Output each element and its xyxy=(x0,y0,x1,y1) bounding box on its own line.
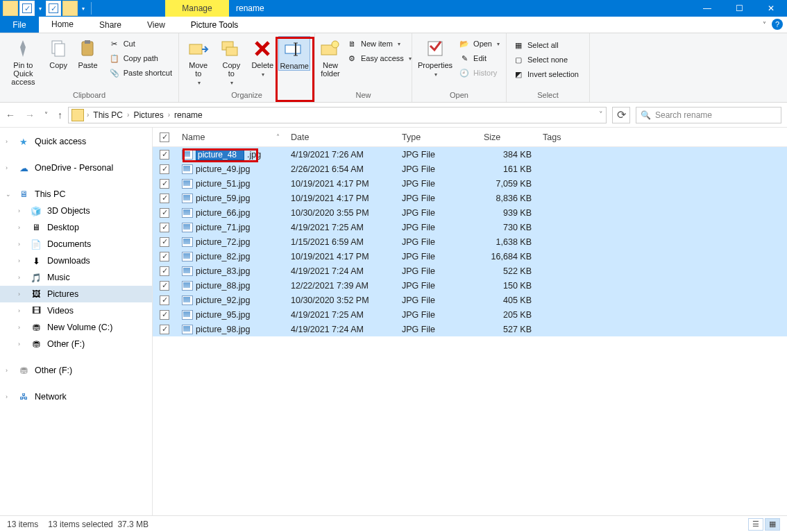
select-all-button[interactable]: ▦Select all xyxy=(511,39,581,51)
table-row[interactable]: picture_51.jpg10/19/2021 4:17 PMJPG File… xyxy=(153,176,787,191)
qat-folder-icon[interactable] xyxy=(3,1,18,16)
chevron-right-icon[interactable]: › xyxy=(6,393,12,400)
contextual-tab-manage[interactable]: Manage xyxy=(165,0,229,17)
sidebar-item-downloads[interactable]: ›⬇Downloads xyxy=(0,252,152,269)
chevron-right-icon[interactable]: › xyxy=(18,224,25,231)
table-row[interactable]: picture_71.jpg4/19/2021 7:25 AMJPG File7… xyxy=(153,220,787,234)
sidebar-item-3d-objects[interactable]: ›🧊3D Objects xyxy=(0,203,152,219)
history-button[interactable]: 🕘History xyxy=(457,67,502,79)
column-tags[interactable]: Tags xyxy=(537,132,593,142)
up-button[interactable]: ↑ xyxy=(58,110,62,121)
header-checkbox[interactable] xyxy=(160,132,169,142)
crumb-sep-icon[interactable]: › xyxy=(167,111,171,119)
ribbon-minimize-icon[interactable]: ˅ xyxy=(763,21,766,28)
sidebar-item-other-f-[interactable]: ›⛃Other (F:) xyxy=(0,336,152,352)
sidebar-item-desktop[interactable]: ›🖥Desktop xyxy=(0,219,152,236)
file-tab[interactable]: File xyxy=(0,17,39,33)
pin-quick-access-button[interactable]: Pin to Quick access xyxy=(4,36,42,86)
crumb-rename[interactable]: rename xyxy=(173,110,204,120)
chevron-right-icon[interactable]: › xyxy=(6,367,12,374)
row-checkbox[interactable] xyxy=(160,164,169,174)
chevron-right-icon[interactable]: › xyxy=(18,341,25,347)
table-row[interactable]: picture_66.jpg10/30/2020 3:55 PMJPG File… xyxy=(153,205,787,220)
sidebar-item-music[interactable]: ›🎵Music xyxy=(0,269,152,286)
back-button[interactable]: ← xyxy=(6,110,15,121)
refresh-button[interactable]: ⟳ xyxy=(612,107,630,123)
search-box[interactable]: 🔍 Search rename xyxy=(636,107,781,123)
view-details-button[interactable]: ☰ xyxy=(748,518,763,531)
qat-customize-icon[interactable]: ▾ xyxy=(79,6,87,12)
table-row[interactable]: picture_49.jpg2/26/2021 6:54 AMJPG File1… xyxy=(153,162,787,176)
crumb-sep-icon[interactable]: › xyxy=(85,111,90,119)
row-checkbox[interactable] xyxy=(160,208,169,218)
help-icon[interactable]: ? xyxy=(772,19,783,30)
row-checkbox[interactable] xyxy=(160,194,169,203)
close-button[interactable]: ✕ xyxy=(755,0,787,17)
chevron-right-icon[interactable]: › xyxy=(6,138,12,145)
row-checkbox[interactable] xyxy=(160,150,169,160)
chevron-right-icon[interactable]: › xyxy=(18,307,25,314)
paste-shortcut-button[interactable]: 📎Paste shortcut xyxy=(107,67,174,79)
new-item-button[interactable]: 🗎New item▾ xyxy=(344,37,414,50)
chevron-right-icon[interactable]: › xyxy=(18,257,25,264)
sidebar-item-videos[interactable]: ›🎞Videos xyxy=(0,302,152,319)
sidebar-item-new-volume-c-[interactable]: ›⛃New Volume (C:) xyxy=(0,319,152,336)
open-button[interactable]: 📂Open▾ xyxy=(457,37,502,50)
picture-tools-tab[interactable]: Picture Tools xyxy=(181,17,248,33)
table-row[interactable]: picture_95.jpg4/19/2021 7:25 AMJPG File2… xyxy=(153,307,787,322)
crumb-pictures[interactable]: Pictures xyxy=(132,110,164,120)
view-large-button[interactable]: ▦ xyxy=(765,518,780,531)
chevron-right-icon[interactable]: › xyxy=(18,324,25,331)
row-checkbox[interactable] xyxy=(160,325,169,334)
row-checkbox[interactable] xyxy=(160,281,169,291)
sidebar-onedrive[interactable]: › ☁ OneDrive - Personal xyxy=(0,160,152,176)
row-checkbox[interactable] xyxy=(160,266,169,276)
column-date[interactable]: Date xyxy=(285,132,396,142)
address-dropdown-icon[interactable]: ˅ xyxy=(599,110,603,119)
qat-dropdown-icon[interactable]: ▾ xyxy=(36,6,44,12)
row-checkbox[interactable] xyxy=(160,295,169,305)
new-folder-button[interactable]: New folder xyxy=(319,36,341,78)
home-tab[interactable]: Home xyxy=(39,17,87,33)
column-name[interactable]: Name˄ xyxy=(176,132,285,142)
column-size[interactable]: Size xyxy=(478,132,537,142)
select-none-button[interactable]: ▢Select none xyxy=(511,53,581,66)
row-checkbox[interactable] xyxy=(160,310,169,320)
chevron-right-icon[interactable]: › xyxy=(18,291,25,298)
recent-dropdown-icon[interactable]: ˅ xyxy=(44,111,48,119)
qat-properties-button[interactable] xyxy=(19,1,35,16)
chevron-right-icon[interactable]: › xyxy=(6,164,12,171)
copy-path-button[interactable]: 📋Copy path xyxy=(107,52,174,65)
row-checkbox[interactable] xyxy=(160,237,169,247)
delete-button[interactable]: Delete▾ xyxy=(249,36,276,79)
sidebar-this-pc[interactable]: ⌄ 🖥 This PC xyxy=(0,186,152,203)
copy-button[interactable]: Copy xyxy=(45,36,71,69)
sidebar-item-pictures[interactable]: ›🖼Pictures xyxy=(0,286,152,302)
chevron-right-icon[interactable]: › xyxy=(18,274,25,281)
row-checkbox[interactable] xyxy=(160,179,169,189)
sidebar-quick-access[interactable]: › ★ Quick access xyxy=(0,133,152,150)
qat-folder2-icon[interactable] xyxy=(62,1,78,16)
column-type[interactable]: Type xyxy=(396,132,478,142)
chevron-down-icon[interactable]: ⌄ xyxy=(6,191,12,198)
sidebar-network[interactable]: › 🖧 Network xyxy=(0,388,152,405)
sidebar-item-documents[interactable]: ›📄Documents xyxy=(0,236,152,252)
address-bar[interactable]: › This PC › Pictures › rename ˅ xyxy=(68,107,607,123)
paste-button[interactable]: Paste xyxy=(74,36,101,69)
maximize-button[interactable]: ☐ xyxy=(723,0,755,17)
qat-new-button[interactable] xyxy=(46,1,61,16)
table-row[interactable]: picture_82.jpg10/19/2021 4:17 PMJPG File… xyxy=(153,249,787,264)
chevron-right-icon[interactable]: › xyxy=(18,241,25,248)
sidebar-other-f[interactable]: › ⛃ Other (F:) xyxy=(0,362,152,379)
crumb-sep-icon[interactable]: › xyxy=(126,111,130,119)
properties-button[interactable]: Properties▾ xyxy=(416,36,454,79)
table-row[interactable]: picture_72.jpg1/15/2021 6:59 AMJPG File1… xyxy=(153,234,787,249)
crumb-this-pc[interactable]: This PC xyxy=(92,110,124,120)
edit-button[interactable]: ✎Edit xyxy=(457,52,502,65)
cut-button[interactable]: ✂Cut xyxy=(107,37,174,50)
chevron-right-icon[interactable]: › xyxy=(18,207,25,214)
share-tab[interactable]: Share xyxy=(87,17,135,33)
move-to-button[interactable]: Move to▾ xyxy=(183,36,214,87)
row-checkbox[interactable] xyxy=(160,252,169,261)
copy-to-button[interactable]: Copy to▾ xyxy=(217,36,247,87)
